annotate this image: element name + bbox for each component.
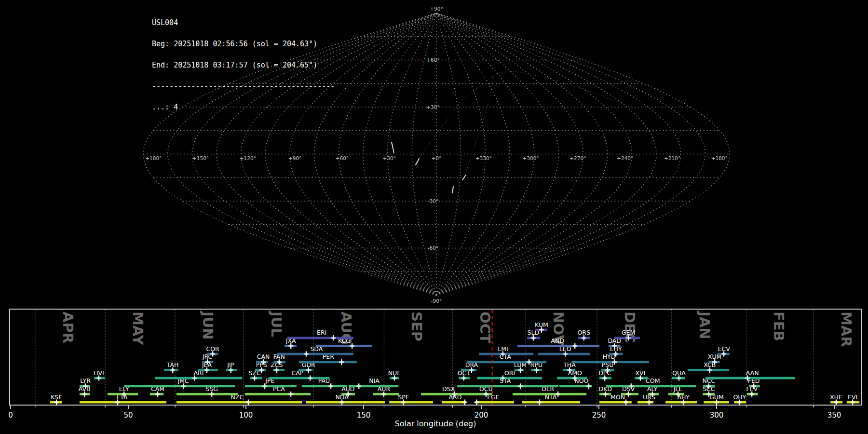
shower-peak-marker	[356, 383, 361, 389]
shower-bar	[461, 369, 476, 371]
shower-peak-marker	[572, 343, 577, 349]
shower-label: AAN	[746, 369, 759, 377]
lon-label: +240°	[617, 155, 633, 161]
lon-label: +180°	[711, 155, 728, 161]
shower-label: OHY	[733, 393, 746, 401]
x-axis-title: Solar longitude (deg)	[395, 419, 476, 428]
shower-bar	[299, 361, 357, 363]
shower-bar	[517, 345, 599, 347]
lon-label: +30°	[383, 155, 396, 161]
lat-label: +60°	[426, 57, 439, 63]
lon-label: +180°	[145, 155, 162, 161]
shower-label: JIP	[227, 361, 234, 368]
month-label: JAN	[696, 311, 713, 339]
shower-label: COR	[206, 345, 220, 353]
x-tick-label: 350	[827, 411, 841, 420]
month-label: SEP	[408, 312, 425, 341]
shower-label: HVI	[94, 369, 104, 377]
shower-peak-marker	[308, 376, 312, 381]
shower-bar	[522, 401, 580, 404]
shower-KSE: KSE	[50, 393, 62, 405]
shower-ORS: ORS	[578, 329, 591, 340]
shower-peak-marker	[331, 335, 336, 340]
month-label: FEB	[771, 312, 787, 341]
x-tick-label: 50	[123, 411, 133, 420]
shower-bar	[606, 385, 696, 387]
shower-bar	[557, 377, 587, 380]
shower-bar	[302, 385, 347, 387]
shower-label: EVI	[848, 393, 857, 401]
lon-label: +210°	[664, 155, 680, 161]
shower-label: CAN	[257, 353, 270, 360]
lat-label: +30°	[426, 104, 439, 110]
shower-label: XHE	[830, 393, 842, 401]
shower-bar	[155, 377, 242, 380]
shower-bar	[349, 385, 398, 387]
lat-label: +90°	[430, 6, 443, 12]
meteor-trail	[462, 175, 466, 180]
shower-bar	[277, 353, 353, 355]
month-label: OCT	[477, 312, 493, 343]
shower-bar	[705, 377, 795, 380]
x-tick-label: 250	[592, 411, 606, 420]
end-time: End: 20251018 03:17:57 (sol = 204.65°)	[152, 62, 335, 69]
shower-label: NUE	[388, 369, 401, 377]
shower-XVI: XVI	[635, 369, 648, 381]
shower-NUE: NUE	[388, 369, 401, 381]
shower-LYR: LYR	[80, 377, 91, 389]
shower-peak-marker	[339, 359, 344, 365]
lon-label: +90°	[288, 155, 301, 161]
shower-label: NIA	[369, 377, 380, 384]
shower-peak-marker	[304, 352, 309, 357]
shower-bar	[124, 385, 235, 387]
shower-peak-marker	[537, 400, 542, 405]
shower-bar	[287, 337, 353, 339]
x-tick-label: 100	[239, 411, 253, 420]
shower-label: GEM	[622, 329, 635, 336]
meteor-trail	[392, 142, 394, 153]
shower-bar	[176, 401, 302, 404]
shower-label: SPE	[398, 393, 409, 401]
info-panel: USL004 Beg: 20251018 02:56:56 (sol = 204…	[152, 5, 335, 118]
lon-label: +150°	[192, 155, 209, 161]
reference-curve	[464, 73, 494, 178]
meteor-trail	[452, 187, 453, 193]
month-label: APR	[60, 312, 76, 343]
shower-label: TAH	[166, 361, 179, 368]
shower-label: KSE	[51, 393, 62, 401]
shower-label: XVI	[635, 369, 645, 377]
shower-HVI: HVI	[94, 369, 105, 381]
shower-bar	[571, 361, 649, 363]
shower-bar	[389, 401, 433, 404]
lon-label: +270°	[570, 155, 586, 161]
x-tick-label: 200	[475, 411, 488, 420]
lat-label: -60°	[428, 245, 438, 251]
separator-line: ----------------------------------------…	[152, 83, 335, 90]
lon-label: +300°	[523, 155, 539, 161]
shower-QUA: QUA	[672, 369, 686, 381]
shower-peak-marker	[462, 400, 467, 405]
shower-bar	[306, 401, 385, 404]
meteor-radiant-and-activity-plot: +90°-90°+60°+30°-30°-60°+180°+150°+120°+…	[0, 0, 868, 434]
x-tick-label: 150	[357, 411, 371, 420]
shower-bar	[316, 345, 372, 347]
shower-label: LMI	[498, 345, 508, 353]
shower-bar	[467, 361, 546, 363]
station-id: USL004	[152, 19, 335, 27]
shower-peak-marker	[518, 383, 523, 389]
shower-TAH: TAH	[164, 361, 178, 373]
shower-label: ORI	[504, 369, 515, 377]
lat-label: -30°	[428, 198, 438, 204]
shower-COR: COR	[206, 345, 220, 357]
reference-curve	[414, 71, 633, 165]
shower-bar	[269, 377, 329, 380]
sky-meridian	[388, 13, 436, 295]
sky-meridian	[436, 13, 705, 295]
lon-label: +60°	[336, 155, 349, 161]
shower-OHY: OHY	[733, 393, 746, 405]
shower-label: ORS	[578, 329, 591, 336]
shower-bar	[475, 401, 514, 404]
shower-XCB: XCB	[688, 361, 729, 373]
month-label: MAR	[838, 312, 854, 347]
shower-label: KUM	[535, 321, 548, 328]
